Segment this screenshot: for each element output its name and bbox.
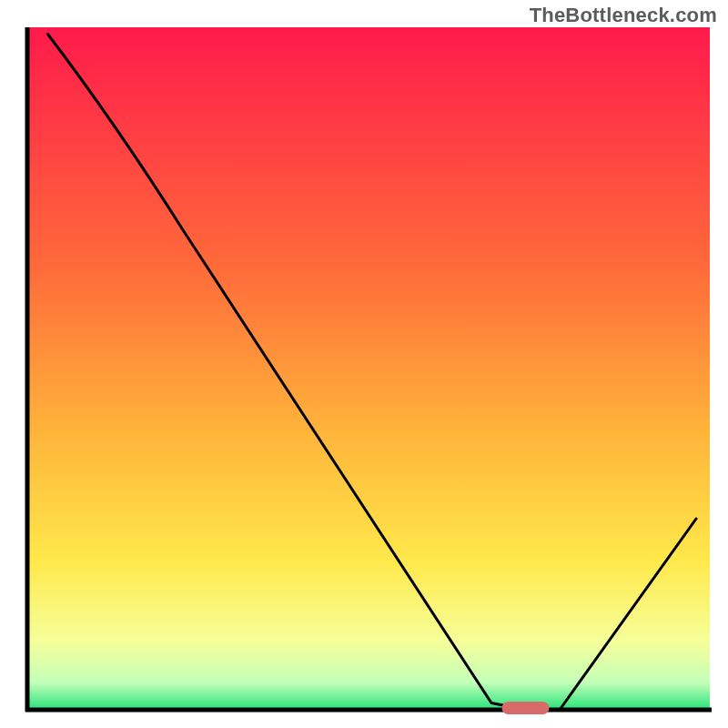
bottleneck-chart xyxy=(0,0,728,728)
plot-background xyxy=(27,27,710,710)
optimal-marker xyxy=(502,702,550,714)
chart-container: TheBottleneck.com xyxy=(0,0,728,728)
